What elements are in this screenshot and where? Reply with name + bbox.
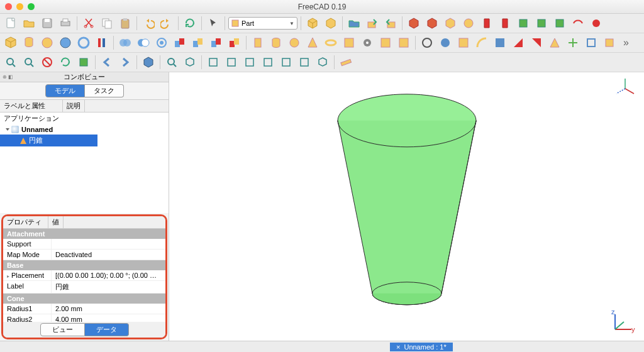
bool-intersect-icon[interactable] bbox=[153, 35, 170, 51]
open-file-button[interactable] bbox=[21, 15, 37, 31]
cut-button[interactable] bbox=[80, 15, 97, 31]
prop-radius1[interactable]: Radius12.00 mm bbox=[3, 304, 165, 314]
shape-icon-11[interactable] bbox=[588, 15, 604, 31]
bool-4-icon[interactable] bbox=[172, 35, 188, 51]
drawstyle-icon[interactable] bbox=[140, 54, 157, 70]
part-sphere-icon[interactable] bbox=[39, 35, 55, 51]
mod-8-icon[interactable] bbox=[547, 35, 563, 51]
shape-icon-10[interactable] bbox=[570, 15, 586, 31]
prism-2-icon[interactable] bbox=[323, 35, 339, 51]
tab-model[interactable]: モデル bbox=[45, 84, 85, 97]
view-deselect-icon[interactable] bbox=[39, 54, 55, 70]
view-iso2-icon[interactable] bbox=[314, 54, 331, 70]
mod-7-icon[interactable] bbox=[528, 35, 545, 51]
mod-2-icon[interactable] bbox=[437, 35, 453, 51]
view-cube-icon[interactable] bbox=[75, 54, 92, 70]
paste-button[interactable] bbox=[117, 15, 133, 31]
save-file-button[interactable] bbox=[39, 15, 55, 31]
mod-5-icon[interactable] bbox=[492, 35, 508, 51]
bool-union-icon[interactable] bbox=[117, 35, 133, 51]
shape-icon-1[interactable] bbox=[406, 15, 422, 31]
refresh-button[interactable] bbox=[182, 15, 198, 31]
view-zoom-icon[interactable] bbox=[21, 54, 37, 70]
bool-6-icon[interactable] bbox=[208, 35, 225, 51]
prop-radius2[interactable]: Radius24.00 mm bbox=[3, 314, 165, 322]
prism-sphere-icon[interactable] bbox=[286, 35, 303, 51]
view-refresh-icon[interactable] bbox=[57, 54, 74, 70]
nav-cube[interactable] bbox=[614, 77, 636, 100]
view-bottom-icon[interactable] bbox=[278, 54, 294, 70]
view-top-icon[interactable] bbox=[223, 54, 240, 70]
view-right-icon[interactable] bbox=[242, 54, 258, 70]
workbench-selector[interactable]: Part ▼ bbox=[228, 17, 297, 30]
part-sphere2-icon[interactable] bbox=[57, 35, 74, 51]
view-fit-icon[interactable] bbox=[3, 54, 19, 70]
nav-fwd-icon[interactable] bbox=[117, 54, 133, 70]
expand-icon[interactable] bbox=[6, 128, 9, 131]
view-left-icon[interactable] bbox=[296, 54, 313, 70]
shape-icon-2[interactable] bbox=[424, 15, 440, 31]
mod-4-icon[interactable] bbox=[474, 35, 490, 51]
document-tab[interactable]: × Unnamed : 1* bbox=[390, 343, 453, 351]
close-tab-icon[interactable]: × bbox=[396, 343, 400, 351]
part-cube-icon[interactable] bbox=[3, 35, 19, 51]
mod-9-icon[interactable] bbox=[565, 35, 581, 51]
prism-cone-icon[interactable] bbox=[304, 35, 321, 51]
misc-gear-icon[interactable] bbox=[359, 35, 375, 51]
tab-task[interactable]: タスク bbox=[85, 84, 124, 97]
part-ring-icon[interactable] bbox=[75, 35, 92, 51]
mod-3-icon[interactable] bbox=[455, 35, 472, 51]
shape-icon-6[interactable] bbox=[497, 15, 513, 31]
shape-icon-3[interactable] bbox=[442, 15, 458, 31]
prism-3-icon[interactable] bbox=[341, 35, 357, 51]
new-file-button[interactable] bbox=[3, 15, 19, 31]
mod-1-icon[interactable] bbox=[419, 35, 435, 51]
extrude-icon[interactable] bbox=[250, 35, 266, 51]
axis-gizmo[interactable]: z y bbox=[610, 309, 635, 334]
cube-icon[interactable] bbox=[304, 15, 321, 31]
view-rear-icon[interactable] bbox=[260, 54, 276, 70]
tab-view[interactable]: ビュー bbox=[40, 323, 85, 336]
shape-icon-7[interactable] bbox=[515, 15, 531, 31]
iso-icon[interactable] bbox=[182, 54, 198, 70]
tree-root[interactable]: アプリケーション bbox=[0, 113, 169, 124]
misc-1-icon[interactable] bbox=[377, 35, 394, 51]
prop-label[interactable]: Label円錐 bbox=[3, 281, 165, 294]
tab-data[interactable]: データ bbox=[85, 323, 129, 336]
copy-button[interactable] bbox=[99, 15, 115, 31]
part-cylinder-icon[interactable] bbox=[21, 35, 37, 51]
bool-5-icon[interactable] bbox=[190, 35, 206, 51]
zoom-icon[interactable] bbox=[164, 54, 180, 70]
mod-11-icon[interactable] bbox=[601, 35, 618, 51]
panel-close-icon[interactable]: ⊗ bbox=[3, 74, 7, 80]
import-icon[interactable] bbox=[382, 15, 399, 31]
shape-icon-8[interactable] bbox=[533, 15, 550, 31]
bool-cut-icon[interactable] bbox=[135, 35, 152, 51]
revolve-icon[interactable] bbox=[268, 35, 284, 51]
folder-icon[interactable] bbox=[346, 15, 362, 31]
tree-document[interactable]: Unnamed bbox=[0, 124, 169, 135]
cone-geometry[interactable] bbox=[325, 89, 489, 315]
cube2-icon[interactable] bbox=[323, 15, 339, 31]
panel-detach-icon[interactable]: ◧ bbox=[8, 74, 13, 80]
shape-icon-9[interactable] bbox=[552, 15, 568, 31]
part-tube-icon[interactable] bbox=[94, 35, 110, 51]
prop-mapmode[interactable]: Map ModeDeactivated bbox=[3, 250, 165, 260]
prop-support[interactable]: Support bbox=[3, 239, 165, 250]
misc-2-icon[interactable] bbox=[396, 35, 412, 51]
toolbar-overflow-icon[interactable]: » bbox=[619, 37, 633, 48]
mod-10-icon[interactable] bbox=[583, 35, 599, 51]
prop-placement[interactable]: Placement[(0.00 0.00 1.00); 0.00 °; (0.0… bbox=[3, 270, 165, 281]
bool-7-icon[interactable] bbox=[226, 35, 243, 51]
shape-icon-5[interactable] bbox=[479, 15, 495, 31]
pointer-button[interactable] bbox=[205, 15, 221, 31]
tree-item-cone[interactable]: 円錐 bbox=[0, 135, 97, 146]
redo-button[interactable] bbox=[158, 15, 175, 31]
mod-6-icon[interactable] bbox=[510, 35, 526, 51]
export-icon[interactable] bbox=[364, 15, 380, 31]
nav-back-icon[interactable] bbox=[99, 54, 115, 70]
print-button[interactable] bbox=[57, 15, 74, 31]
shape-icon-4[interactable] bbox=[460, 15, 477, 31]
view-front-icon[interactable] bbox=[205, 54, 221, 70]
viewport-3d[interactable]: z y bbox=[169, 72, 644, 341]
